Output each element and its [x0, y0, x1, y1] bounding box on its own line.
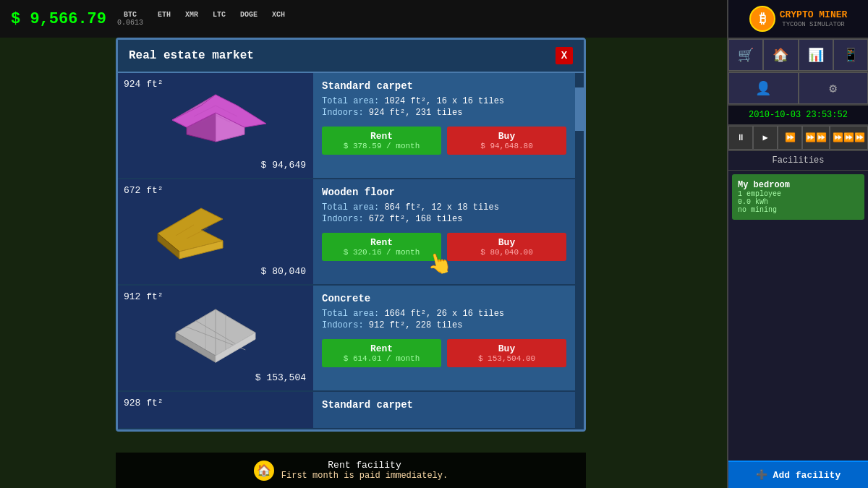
- property-info-3: Standard carpet: [313, 392, 575, 428]
- property-size-1: 672 ft²: [124, 185, 163, 196]
- property-image-1: 672 ft² $ 80,040: [118, 179, 313, 284]
- property-price-1: $ 80,040: [261, 266, 306, 277]
- modal-header: Real estate market X: [118, 40, 584, 73]
- crypto-eth-name: ETH: [158, 11, 171, 19]
- modal-scrollbar-thumb: [575, 87, 584, 131]
- fastest-btn[interactable]: ⏩⏩⏩: [830, 126, 868, 150]
- modal-scrollbar[interactable]: [575, 73, 584, 429]
- rent-tooltip-subtext: First month is paid immediately.: [281, 471, 448, 481]
- property-row-1: 672 ft² $ 80,040 Wooden: [118, 179, 575, 286]
- property-row-3: 928 ft² Standard carpet: [118, 392, 575, 429]
- property-info-1: Wooden floor Total area: 864 ft², 12 x 1…: [313, 179, 575, 284]
- modal-content: 924 ft² $ 94,649: [118, 73, 584, 429]
- crypto-btc-name: BTC: [124, 11, 137, 19]
- prop-rent-btn-0[interactable]: Rent $ 378.59 / month: [322, 127, 441, 155]
- prop-rent-label-1: Rent: [325, 237, 438, 248]
- prop-rent-price-1: $ 320.16 / month: [325, 248, 438, 257]
- property-image-2: 912 ft²: [118, 286, 313, 390]
- prop-buttons-0: Rent $ 378.59 / month Buy $ 94,648.80: [322, 127, 566, 155]
- logo-title: CRYPTO MINER: [780, 9, 848, 21]
- prop-total-area-label-0: Total area: 1024 ft², 16 x 16 tiles: [322, 96, 566, 106]
- property-info-0: Standard carpet Total area: 1024 ft², 16…: [313, 73, 575, 178]
- prop-indoors-label-0: Indoors: 924 ft², 231 tiles: [322, 108, 566, 118]
- crypto-ltc: LTC: [213, 11, 226, 27]
- prop-indoors-val-2: 912 ft², 228 tiles: [369, 320, 463, 330]
- playback-controls: ⏸ ▶ ⏩ ⏩⏩ ⏩⏩⏩: [728, 126, 868, 151]
- prop-type-2: Concrete: [322, 293, 566, 304]
- add-facility-button[interactable]: ➕ Add facility: [728, 461, 868, 488]
- prop-rent-label-0: Rent: [325, 131, 438, 142]
- prop-type-3: Standard carpet: [322, 399, 566, 411]
- shop-icon-btn[interactable]: 🛒: [728, 39, 763, 71]
- person-icon-btn[interactable]: 👤: [728, 72, 799, 104]
- crypto-xch-name: XCH: [272, 11, 285, 19]
- prop-indoors-val-1: 672 ft², 168 tiles: [369, 214, 463, 224]
- prop-buy-label-0: Buy: [450, 131, 563, 142]
- prop-rent-btn-2[interactable]: Rent $ 614.01 / month: [322, 339, 441, 367]
- prop-buy-label-1: Buy: [450, 237, 563, 248]
- prop-rent-label-2: Rent: [325, 343, 438, 354]
- prop-buy-label-2: Buy: [450, 343, 563, 354]
- real-estate-modal: Real estate market X 924 ft²: [116, 38, 586, 432]
- svg-text:₿: ₿: [759, 12, 765, 27]
- balance-display: $ 9,566.79: [0, 10, 117, 28]
- crypto-eth: ETH: [158, 11, 171, 27]
- facilities-header: Facilities: [728, 151, 868, 171]
- property-list[interactable]: 924 ft² $ 94,649: [118, 73, 575, 429]
- right-icons-top-row: 🛒 🏠 📊 📱: [728, 39, 868, 72]
- crypto-xmr: XMR: [185, 11, 198, 27]
- property-size-2: 912 ft²: [124, 291, 163, 302]
- prop-rent-btn-1[interactable]: Rent $ 320.16 / month: [322, 233, 441, 261]
- logo-subtitle: TYCOON SIMULATOR: [780, 21, 848, 28]
- prop-total-area-val-1: 864 ft², 12 x 18 tiles: [384, 202, 498, 213]
- modal-close-button[interactable]: X: [556, 47, 573, 64]
- property-info-wrapper-3: Standard carpet: [313, 392, 575, 428]
- prop-buy-btn-0[interactable]: Buy $ 94,648.80: [447, 127, 566, 155]
- warehouse-icon-btn[interactable]: 🏠: [763, 39, 798, 71]
- crypto-ltc-name: LTC: [213, 11, 226, 19]
- property-image-3: 928 ft²: [118, 392, 313, 428]
- play-btn[interactable]: ▶: [753, 126, 778, 150]
- crypto-btc-val: 0.0613: [117, 19, 143, 27]
- property-size-3: 928 ft²: [124, 398, 163, 408]
- faster-btn[interactable]: ⏩⏩: [802, 126, 830, 150]
- add-facility-plus-icon: ➕: [756, 470, 773, 481]
- right-panel: ₿ CRYPTO MINER TYCOON SIMULATOR 🛒 🏠 📊 📱 …: [727, 0, 868, 488]
- prop-rent-price-2: $ 614.01 / month: [325, 354, 438, 363]
- prop-indoors-val-0: 924 ft², 231 tiles: [369, 108, 463, 118]
- property-info-2: Concrete Total area: 1664 ft², 26 x 16 t…: [313, 286, 575, 390]
- prop-indoors-label-2: Indoors: 912 ft², 228 tiles: [322, 320, 566, 330]
- facility-mining: no mining: [738, 206, 859, 214]
- datetime-display: 2010-10-03 23:53:52: [728, 106, 868, 126]
- prop-total-area-val-2: 1664 ft², 26 x 16 tiles: [384, 309, 504, 319]
- fast-forward-btn[interactable]: ⏩: [778, 126, 802, 150]
- crypto-doge: DOGE: [240, 11, 258, 27]
- facility-name: My bedroom: [738, 180, 859, 190]
- property-row-2: 912 ft²: [118, 286, 575, 392]
- game-logo: ₿ CRYPTO MINER TYCOON SIMULATOR: [728, 0, 868, 39]
- prop-buy-btn-2[interactable]: Buy $ 153,504.00: [447, 339, 566, 367]
- prop-total-area-label-1: Total area: 864 ft², 12 x 18 tiles: [322, 202, 566, 213]
- rent-tooltip-content: Rent facility First month is paid immedi…: [281, 460, 448, 481]
- crypto-prices: BTC 0.0613 ETH XMR LTC DOGE XCH: [117, 11, 285, 27]
- property-image-0: 924 ft² $ 94,649: [118, 73, 313, 178]
- property-price-0: $ 94,649: [261, 160, 306, 171]
- prop-total-area-val-0: 1024 ft², 16 x 16 tiles: [384, 96, 504, 106]
- crypto-btc: BTC 0.0613: [117, 11, 143, 27]
- property-info-wrapper-1: Wooden floor Total area: 864 ft², 12 x 1…: [313, 179, 575, 284]
- facility-card[interactable]: My bedroom 1 employee 0.0 kWh no mining: [732, 174, 864, 220]
- right-icons-bottom-row: 👤 ⚙️: [728, 72, 868, 106]
- prop-buy-btn-1[interactable]: Buy $ 80,040.00: [447, 233, 566, 261]
- property-info-wrapper-2: Concrete Total area: 1664 ft², 26 x 16 t…: [313, 286, 575, 390]
- pause-btn[interactable]: ⏸: [728, 126, 753, 150]
- prop-buy-price-0: $ 94,648.80: [450, 142, 563, 150]
- chart-icon-btn[interactable]: 📊: [799, 39, 833, 71]
- property-size-0: 924 ft²: [124, 79, 163, 90]
- rent-icon: 🏠: [254, 461, 274, 481]
- prop-buy-price-2: $ 153,504.00: [450, 354, 563, 363]
- prop-total-area-label-2: Total area: 1664 ft², 26 x 16 tiles: [322, 309, 566, 319]
- facility-power: 0.0 kWh: [738, 198, 859, 206]
- crypto-xmr-name: XMR: [185, 11, 198, 19]
- phone-icon-btn[interactable]: 📱: [833, 39, 868, 71]
- gear-icon-btn[interactable]: ⚙️: [799, 72, 869, 104]
